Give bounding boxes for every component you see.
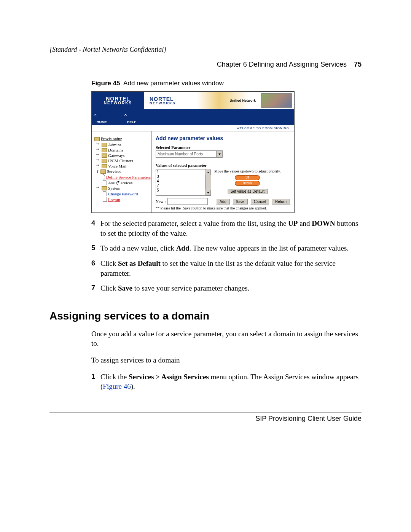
cancel-button[interactable]: Cancel [250,199,269,204]
sidebar-item-ipcm[interactable]: IPCM Clusters [97,158,151,163]
step-number: 4 [91,219,100,238]
logo-left: NORTEL NETWORKS [92,92,144,109]
key-icon [97,149,100,152]
sidebar-item-voicemail[interactable]: Voice Mail [97,163,151,169]
sidebar-label: Gateways [108,153,124,158]
chevron-down-icon [216,151,222,157]
step-text: Click [100,284,118,292]
scrollbar[interactable] [205,169,211,195]
sidebar-label: Admins [108,142,121,147]
sidebar: Provisioning Admins Domains Gateways IPC… [92,131,152,212]
sidebar-item-admins[interactable]: Admins [97,142,151,147]
sidebar-label: Define Service Parameters [106,175,151,179]
logo-mid-2: NETWORKS [150,102,176,105]
sidebar-item-gateways[interactable]: Gateways [97,153,151,158]
doc-icon [103,180,107,185]
logo-mid-1: NORTEL [150,96,176,102]
sidebar-label: Logout [108,197,120,202]
return-button[interactable]: Return [272,199,290,204]
sidebar-item-services[interactable]: Services [97,169,151,174]
sidebar-root-label: Provisioning [101,136,122,141]
banner: NORTEL NETWORKS NORTEL NETWORKS Unified … [92,92,294,109]
sidebar-label: System [108,186,120,190]
add-button[interactable]: Add [216,199,230,204]
question-icon [97,169,99,174]
selected-param-label: Selected Parameter [156,145,290,150]
welcome-bar: WELCOME TO PROVISIONING [92,125,294,131]
sidebar-label: Services [107,169,121,174]
save-button[interactable]: Save [233,199,248,204]
step-number: 1 [91,372,100,391]
sidebar-root[interactable]: Provisioning [94,136,151,142]
key-icon [97,154,100,157]
step-text: to save your service parameter changes. [132,284,250,292]
step-text: To add a new value, click [100,244,176,252]
panel-title: Add new parameter values [156,135,290,141]
scroll-up-icon[interactable] [206,169,211,175]
list-item[interactable]: 3 [157,174,210,179]
sidebar-logout[interactable]: Logout [103,197,151,202]
paragraph: To assign services to a domain [91,355,362,365]
set-default-button[interactable]: Set value as Default [227,189,268,194]
folder-icon [102,153,107,158]
list-item[interactable]: 4 [157,179,210,184]
save-note: ** Please hit the [Save] button to make … [156,206,290,210]
step-6: 6 Click Set as Default to set the value … [91,259,362,278]
list-item[interactable]: 5 [157,188,210,193]
sidebar-define-parameters[interactable]: Define Service Parameters [103,174,151,180]
logo-mid: NORTEL NETWORKS [150,96,176,105]
dropdown-value: Maximum Number of Ports [158,152,203,156]
folder-icon [102,186,107,190]
step-7: 7 Click Save to save your service parame… [91,283,362,293]
step-number: 5 [91,243,100,253]
chapter-header: Chapter 6 Defining and Assigning Service… [49,61,362,71]
folder-icon [102,148,107,152]
sidebar-assign-services[interactable]: Assigervices [103,180,151,185]
key-icon [97,165,100,168]
values-listbox[interactable]: 1 3 4 7 5 [156,169,211,196]
page-number: 75 [354,61,362,68]
section-heading: Assigning services to a domain [49,310,362,322]
logo-text-1: NORTEL [106,96,130,101]
nav-help[interactable]: HELP [123,120,153,124]
list-item[interactable]: 7 [157,184,210,188]
sidebar-item-domains[interactable]: Domains [97,147,151,153]
new-label: New : [156,199,166,204]
sidebar-change-password[interactable]: Change Password [103,191,151,197]
step-text: Click [100,259,118,267]
scroll-down-icon[interactable] [206,190,211,195]
folder-icon [102,164,107,168]
cursor-icon [118,181,121,184]
sidebar-item-system[interactable]: System [97,185,151,191]
folder-icon [102,159,107,163]
step-text: For the selected parameter, select a val… [100,219,288,227]
new-value-input[interactable] [167,198,208,205]
chapter-title: Chapter 6 Defining and Assigning Service… [217,61,347,68]
folder-icon [94,137,100,141]
banner-photo [261,93,292,108]
sidebar-label: IPCM Clusters [108,158,133,163]
list-item[interactable]: 1 [157,170,210,174]
doc-icon [103,197,107,202]
unified-network-label: Unified Network [229,99,256,102]
figure-caption: Figure 45 Add new parameter values windo… [91,80,362,87]
step-1b: 1 Click the Services > Assign Services m… [91,372,362,391]
logo-text-2: NETWORKS [104,101,132,105]
key-icon [97,187,100,190]
down-button[interactable]: DOWN [235,181,260,186]
footer: SIP Provisioning Client User Guide [49,412,362,423]
step-bold: DOWN [312,219,335,227]
sidebar-label: Change Password [108,192,138,196]
up-button[interactable]: UP [235,175,260,180]
screenshot-window: NORTEL NETWORKS NORTEL NETWORKS Unified … [91,91,295,213]
sidebar-label: Voice Mail [108,164,126,168]
key-icon [97,143,100,146]
step-bold: Services > Assign Services [129,373,209,381]
step-number: 6 [91,259,100,278]
selected-param-dropdown[interactable]: Maximum Number of Ports [156,150,223,158]
sidebar-label: Domains [108,148,123,152]
figure-xref[interactable]: Figure 46 [103,382,131,390]
sidebar-label: Assigervices [108,181,132,185]
nav-home[interactable]: HOME [92,120,123,124]
figure-text: Add new parameter values window [123,80,224,87]
